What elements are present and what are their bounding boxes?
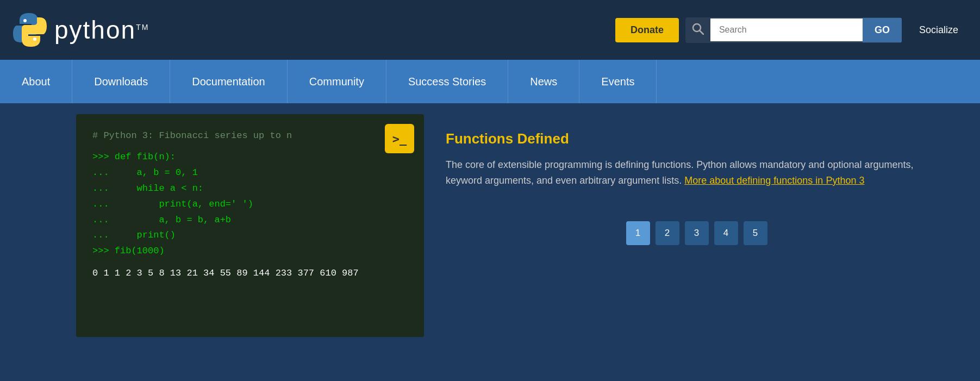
code-line-4: ... print(a, end=' ') [92, 197, 408, 213]
nav-item-community[interactable]: Community [288, 60, 386, 103]
code-line-2: ... a, b = 0, 1 [92, 165, 408, 181]
search-area: GO [685, 17, 902, 43]
search-icon [685, 17, 710, 43]
page-btn-4[interactable]: 4 [714, 221, 738, 245]
nav-item-news[interactable]: News [508, 60, 579, 103]
code-comment: # Python 3: Fibonacci series up to n [92, 130, 408, 141]
nav-item-downloads[interactable]: Downloads [72, 60, 170, 103]
nav-item-documentation[interactable]: Documentation [170, 60, 288, 103]
pagination: 1 2 3 4 5 [446, 221, 947, 245]
feature-title: Functions Defined [446, 130, 947, 147]
socialize-button[interactable]: Socialize [908, 18, 969, 42]
code-line-7: >>> fib(1000) [92, 243, 408, 259]
code-line-5: ... a, b = b, a+b [92, 213, 408, 228]
feature-text: The core of extensible programming is de… [446, 157, 947, 189]
donate-button[interactable]: Donate [615, 18, 679, 42]
nav-item-events[interactable]: Events [579, 60, 657, 103]
logo-text: pythonTM [54, 15, 149, 45]
code-line-3: ... while a < n: [92, 181, 408, 197]
header: pythonTM Donate GO Socialize [0, 0, 980, 60]
page-btn-2[interactable]: 2 [656, 221, 679, 245]
main-nav: About Downloads Documentation Community … [0, 60, 980, 103]
nav-item-success-stories[interactable]: Success Stories [386, 60, 508, 103]
code-line-6: ... print() [92, 228, 408, 243]
logo-tm: TM [136, 23, 149, 32]
logo-area: pythonTM [11, 11, 604, 49]
go-button[interactable]: GO [863, 18, 902, 42]
svg-point-0 [23, 19, 27, 22]
page-btn-1[interactable]: 1 [626, 221, 650, 245]
svg-point-1 [33, 38, 36, 41]
page-btn-3[interactable]: 3 [685, 221, 709, 245]
feature-link[interactable]: More about defining functions in Python … [684, 175, 864, 186]
header-controls: Donate GO Socialize [615, 17, 969, 43]
search-input[interactable] [710, 18, 863, 41]
main-content: >_ # Python 3: Fibonacci series up to n … [0, 103, 980, 348]
terminal-button[interactable]: >_ [385, 124, 414, 153]
nav-item-about[interactable]: About [0, 60, 72, 103]
code-panel: >_ # Python 3: Fibonacci series up to n … [76, 114, 424, 337]
python-logo-icon [11, 11, 49, 49]
info-panel: Functions Defined The core of extensible… [424, 114, 969, 337]
code-output: 0 1 1 2 3 5 8 13 21 34 55 89 144 233 377… [92, 268, 408, 278]
svg-line-3 [700, 30, 703, 34]
page-btn-5[interactable]: 5 [744, 221, 767, 245]
code-line-1: >>> def fib(n): [92, 149, 408, 165]
